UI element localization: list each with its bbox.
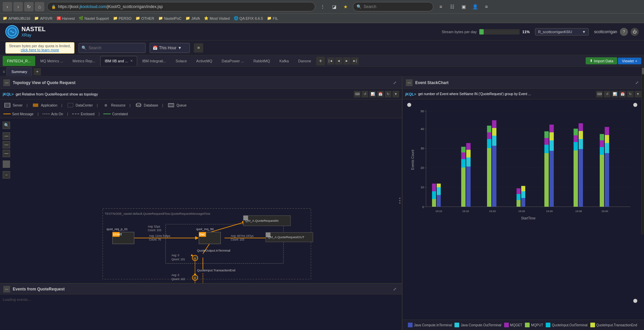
- stackchart-refresh-button[interactable]: ↺: [604, 91, 610, 97]
- svg-rect-122: [521, 186, 525, 191]
- tab-solace[interactable]: Solace: [171, 56, 191, 66]
- tab-mq-metrics[interactable]: MQ Metrics ...: [36, 56, 67, 66]
- tab-label: Metrics Rep...: [72, 59, 95, 63]
- mqget-color: [504, 323, 509, 327]
- legend-queue-label: Queue: [176, 104, 186, 107]
- tab-danone[interactable]: Danone: [294, 56, 316, 66]
- bookmark-apsvr[interactable]: 📁 APSVR: [34, 16, 52, 20]
- fit2-button[interactable]: —: [3, 150, 10, 157]
- panel-collapse-button[interactable]: —: [3, 79, 10, 86]
- legend-sent-message: Sent Message: [3, 112, 34, 116]
- bookmark-java[interactable]: 📁 JAVA: [185, 16, 200, 20]
- tab-activemq[interactable]: ActiveMQ: [192, 56, 217, 66]
- time-selector[interactable]: 📅 This Hour ▼: [150, 43, 190, 53]
- svg-rect-129: [549, 140, 554, 151]
- zoom-minus-button[interactable]: −: [3, 171, 10, 179]
- bookmark-most-visited[interactable]: ⭐ Most Visited: [204, 16, 230, 20]
- bookmark-qa-efix[interactable]: 🌐 QA EFIX 6.6.5: [234, 16, 263, 20]
- legend-server-label: Server: [13, 104, 22, 107]
- fit-button[interactable]: —: [3, 141, 10, 148]
- stackchart-expand-button[interactable]: ⤢: [633, 79, 641, 86]
- app-search-box[interactable]: 🔍: [78, 43, 146, 53]
- region-selector[interactable]: R_scottcorriganK6IU ▼: [535, 28, 589, 36]
- stackchart-auto-refresh-button[interactable]: ↻: [627, 91, 634, 97]
- bookmark-fil[interactable]: 📁 FIL: [267, 16, 278, 20]
- tab-fintech[interactable]: FINTECH_R...: [3, 56, 35, 66]
- tab-close-icon[interactable]: ✕: [130, 59, 133, 63]
- forward-button[interactable]: ›: [13, 2, 23, 11]
- tabs-nav-last-button[interactable]: ►|: [351, 57, 359, 65]
- svg-text:Avg: 52μs: Avg: 52μs: [148, 225, 160, 228]
- hamburger-menu-button[interactable]: ≡: [194, 43, 203, 53]
- browser-search-box[interactable]: 🔍 Search: [353, 2, 433, 11]
- refresh-button[interactable]: ↻: [24, 2, 34, 11]
- pocket-button[interactable]: ◪: [329, 2, 339, 11]
- stackchart-calendar-button[interactable]: 📅: [619, 91, 626, 97]
- scrollbar-thumb[interactable]: [642, 68, 644, 74]
- topology-canvas[interactable]: 🔍 — — — − TESTNODE_nastel.default.QuoteR…: [0, 118, 402, 283]
- tab-ibm-iib[interactable]: IBM IIB and ... ✕: [100, 56, 137, 66]
- events-expand-button[interactable]: ⤢: [391, 285, 398, 293]
- tabs-nav-next-button[interactable]: ►: [343, 57, 351, 65]
- bookmark-star-button[interactable]: ★: [341, 2, 350, 11]
- tab-datapower[interactable]: DataPower ...: [217, 56, 249, 66]
- stackchart-collapse-button[interactable]: —: [406, 79, 413, 86]
- menu-button[interactable]: ≡: [482, 2, 491, 11]
- tab-rabbitmq[interactable]: RabbitMQ: [249, 56, 274, 66]
- stackchart-expand-query-button[interactable]: ▼: [635, 91, 641, 97]
- scroll-handle-left[interactable]: [407, 103, 411, 107]
- calendar-query-button[interactable]: 📅: [377, 91, 384, 97]
- add-summary-button[interactable]: +: [34, 68, 41, 75]
- tabs-nav-prev-button[interactable]: ◄: [335, 57, 342, 65]
- zoom-in-button[interactable]: 🔍: [3, 122, 10, 129]
- extensions-button[interactable]: ≡: [436, 2, 445, 11]
- add-tab-button[interactable]: +: [316, 57, 325, 65]
- address-bar[interactable]: 🔒 https://jkool.jkoolcloud.com/jKool/O_s…: [47, 2, 315, 11]
- tabs-nav-first-button[interactable]: |◄: [327, 57, 334, 65]
- bookmark-apm6ubu16[interactable]: 📁 APM6UBU16: [3, 16, 30, 20]
- back-button[interactable]: ‹: [3, 2, 12, 11]
- auto-refresh-button[interactable]: ↻: [385, 91, 391, 97]
- events-title: Events from QuoteRequest: [13, 287, 388, 291]
- terminal-button[interactable]: ⌨: [354, 91, 361, 97]
- viewlet-button[interactable]: Viewlet +: [618, 58, 641, 64]
- summary-icon: ≡: [3, 69, 5, 74]
- expand-button[interactable]: ⤢: [391, 79, 398, 86]
- bookmark-harvest[interactable]: H Harvest: [57, 16, 75, 20]
- stackchart-chart-button[interactable]: 📊: [611, 91, 618, 97]
- summary-label: Summary: [11, 70, 27, 74]
- svg-text:19:36: 19:36: [575, 210, 582, 213]
- legend-correlated: Correlated: [103, 112, 128, 116]
- search-input[interactable]: [89, 46, 136, 50]
- import-data-button[interactable]: ⬆ Import Data: [586, 57, 617, 64]
- extensions2-button[interactable]: ▣: [459, 2, 468, 11]
- viewlet-label: Viewlet: [622, 59, 634, 63]
- bookmark-perso[interactable]: 📁 PERSO: [113, 16, 132, 20]
- refresh-query-button[interactable]: ↺: [362, 91, 368, 97]
- panel-resizer[interactable]: [398, 196, 402, 205]
- profile-button[interactable]: 👤: [470, 2, 480, 11]
- expand-query-button[interactable]: ▼: [392, 91, 399, 97]
- leaf-icon: 🌿: [79, 16, 84, 20]
- tab-kafka[interactable]: Kafka: [275, 56, 293, 66]
- quota-notice[interactable]: Stream bytes per day quota is limited, c…: [5, 42, 74, 54]
- chart-button[interactable]: 📊: [369, 91, 376, 97]
- bookmark-nastel-support[interactable]: 🌿 Nastel Support: [79, 16, 109, 20]
- power-button[interactable]: ⏻: [631, 28, 639, 36]
- bookmark-nastelpoC[interactable]: 📁 NastelPoC: [158, 16, 182, 20]
- more-options-button[interactable]: ⋮: [318, 2, 327, 11]
- events-collapse-button[interactable]: —: [3, 286, 10, 292]
- tabs-button[interactable]: ☷: [447, 2, 457, 11]
- tab-metrics-rep[interactable]: Metrics Rep...: [68, 56, 100, 66]
- scroll-handle-right[interactable]: [633, 103, 637, 107]
- bookmark-other[interactable]: 📁 OTHER: [136, 16, 154, 20]
- scroll-handle-bottom[interactable]: [633, 299, 637, 303]
- help-button[interactable]: ?: [620, 28, 628, 36]
- summary-tab[interactable]: Summary: [6, 67, 32, 76]
- stackchart-terminal-button[interactable]: ⌨: [596, 91, 603, 97]
- right-scrollbar[interactable]: [641, 67, 644, 235]
- zoom-out-button[interactable]: —: [3, 132, 10, 140]
- home-button[interactable]: ⌂: [35, 2, 44, 11]
- legend-separator3: |: [97, 104, 98, 107]
- tab-ibm-integrati[interactable]: IBM Integrati...: [138, 56, 171, 66]
